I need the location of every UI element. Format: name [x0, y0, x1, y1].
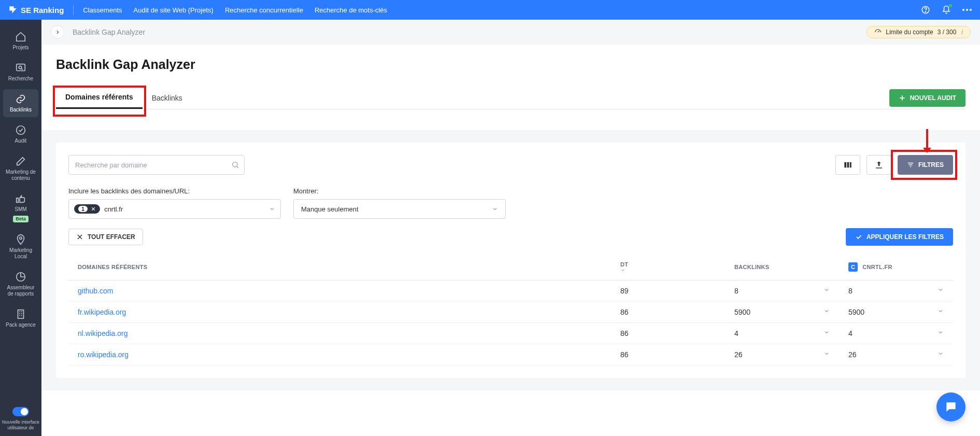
svg-point-8 [233, 162, 237, 167]
tab-backlinks[interactable]: Backlinks [143, 88, 192, 108]
cell-domain: github.com [68, 280, 611, 302]
th-own-domain[interactable]: C CNRTL.FR [839, 254, 953, 280]
chevron-down-icon[interactable] [938, 329, 944, 335]
table-row: fr.wikipedia.org8659005900 [68, 302, 953, 323]
filters-button[interactable]: FILTRES [898, 155, 953, 175]
table-row: github.com8988 [68, 280, 953, 302]
clear-all-button[interactable]: TOUT EFFACER [68, 229, 143, 245]
account-limit-label: Limite du compte [886, 29, 933, 36]
help-icon[interactable] [921, 5, 930, 15]
chevron-down-icon[interactable] [823, 308, 830, 314]
page-title: Backlink Gap Analyzer [56, 57, 965, 72]
apply-filters-label: APPLIQUER LES FILTRES [867, 233, 944, 241]
chevron-down-icon[interactable] [938, 350, 944, 357]
cell-backlinks: 26 [725, 344, 839, 365]
sidebar-label: Marketing Local [5, 247, 36, 260]
chevron-down-icon [269, 206, 275, 212]
sidebar-label: Assembleur de rapports [5, 285, 36, 297]
sidebar-item-local-marketing[interactable]: Marketing Local [3, 230, 38, 264]
brand-text: SE Ranking [21, 6, 64, 15]
chevron-down-icon [620, 268, 716, 273]
new-audit-label: NOUVEL AUDIT [910, 94, 956, 102]
columns-button[interactable] [835, 155, 860, 175]
topbar-right [921, 5, 972, 15]
domain-link[interactable]: ro.wikipedia.org [78, 350, 129, 359]
show-select-value: Manque seulement [301, 205, 359, 213]
sidebar-item-content-marketing[interactable]: Marketing de contenu [3, 151, 38, 186]
svg-rect-11 [850, 162, 851, 168]
nav-competitive[interactable]: Recherche concurrentielle [225, 6, 303, 14]
sidebar-label: Backlinks [10, 107, 32, 113]
cell-backlinks: 4 [725, 323, 839, 344]
table-row: nl.wikipedia.org8644 [68, 323, 953, 344]
close-icon [76, 233, 83, 241]
sidebar-label: Marketing de contenu [5, 169, 36, 181]
collapse-sidebar-button[interactable] [51, 25, 64, 39]
cell-backlinks: 5900 [725, 302, 839, 323]
nav-site-audit[interactable]: Audit de site Web (Projets) [134, 6, 214, 14]
nav-keyword[interactable]: Recherche de mots-clés [315, 6, 387, 14]
th-referring-domains[interactable]: DOMAINES RÉFÉRENTS [68, 254, 611, 280]
cell-domain: ro.wikipedia.org [68, 344, 611, 365]
tab-referring-domains[interactable]: Domaines référents [56, 87, 143, 109]
chip-remove-icon[interactable] [91, 206, 96, 212]
th-dt[interactable]: DT [611, 254, 725, 280]
apply-filters-button[interactable]: APPLIQUER LES FILTRES [846, 228, 953, 246]
chevron-down-icon [492, 206, 498, 212]
show-select[interactable]: Manque seulement [293, 199, 506, 219]
sidebar-item-backlinks[interactable]: Backlinks [3, 89, 38, 117]
gauge-icon [874, 29, 882, 36]
columns-icon [843, 160, 853, 170]
topbar: SE Ranking Classements Audit de site Web… [0, 0, 980, 20]
account-limit-badge[interactable]: Limite du compte 3 / 300 i [867, 26, 971, 38]
sidebar-item-agency-pack[interactable]: Pack agence [3, 304, 38, 332]
cell-own: 8 [839, 280, 953, 302]
th-backlinks[interactable]: BACKLINKS [725, 254, 839, 280]
svg-rect-10 [847, 162, 849, 168]
brand[interactable]: SE Ranking [8, 5, 64, 15]
chevron-down-icon[interactable] [823, 287, 830, 293]
edit-icon [15, 156, 26, 167]
chip-domain-text: cnrtl.fr [104, 205, 123, 213]
svg-point-5 [20, 237, 22, 240]
domain-chip: 1 [74, 204, 100, 214]
cell-dt: 86 [611, 323, 725, 344]
sidebar-label: Audit [15, 138, 27, 144]
chevron-down-icon[interactable] [938, 287, 944, 293]
plus-icon [899, 94, 906, 102]
sidebar-item-projects[interactable]: Projets [3, 27, 38, 55]
svg-rect-7 [18, 310, 24, 319]
domain-search-input[interactable] [68, 155, 245, 175]
chevron-down-icon[interactable] [823, 350, 830, 357]
export-button[interactable] [867, 155, 891, 175]
domain-link[interactable]: fr.wikipedia.org [78, 308, 126, 316]
table-row: ro.wikipedia.org862626 [68, 344, 953, 365]
upload-icon [874, 160, 884, 170]
th-own-domain-label: CNRTL.FR [862, 264, 892, 270]
info-i-icon: i [961, 29, 963, 36]
home-icon [15, 31, 26, 43]
domain-link[interactable]: nl.wikipedia.org [78, 329, 128, 337]
chevron-down-icon[interactable] [823, 329, 830, 335]
nav-rankings[interactable]: Classements [83, 6, 122, 14]
include-domains-select[interactable]: 1 cnrtl.fr [68, 199, 281, 219]
svg-point-1 [925, 11, 926, 12]
domain-badge-icon: C [848, 262, 858, 272]
chevron-right-icon [55, 30, 60, 35]
sidebar-item-search[interactable]: Recherche [3, 58, 38, 86]
new-audit-button[interactable]: NOUVEL AUDIT [889, 89, 965, 107]
filter-labels-row: Inclure les backlinks des domaines/URL: … [68, 187, 953, 195]
tabs-row: Domaines référents Backlinks NOUVEL AUDI… [56, 87, 965, 109]
sidebar-item-audit[interactable]: Audit [3, 120, 38, 148]
sidebar-item-report-builder[interactable]: Assembleur de rapports [3, 267, 38, 301]
more-menu-icon[interactable] [962, 9, 972, 11]
thumb-up-icon [15, 193, 26, 204]
chevron-down-icon[interactable] [938, 308, 944, 314]
chat-fab[interactable] [936, 392, 965, 421]
sidebar-label: Pack agence [6, 322, 36, 328]
sidebar-item-smm[interactable]: SMM Beta [3, 189, 38, 227]
notifications-icon[interactable] [942, 5, 951, 15]
svg-rect-9 [844, 162, 846, 168]
domain-link[interactable]: github.com [78, 287, 113, 295]
new-ui-toggle[interactable] [12, 407, 29, 416]
